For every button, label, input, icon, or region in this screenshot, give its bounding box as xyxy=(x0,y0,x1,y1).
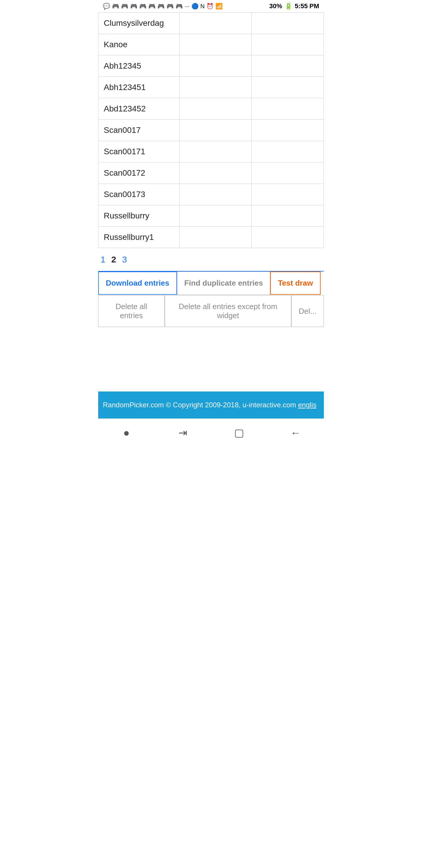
entry-cell xyxy=(252,141,324,162)
entry-name: Kanoe xyxy=(98,34,180,55)
discord-icon: 🎮 xyxy=(112,3,119,10)
discord5-icon: 🎮 xyxy=(148,3,156,10)
download-entries-button[interactable]: Download entries xyxy=(98,272,177,295)
nfc-icon: N xyxy=(200,3,204,10)
table-row: Abh123451 xyxy=(98,77,324,98)
entry-name: Abh123451 xyxy=(98,77,180,98)
entry-cell xyxy=(180,55,252,77)
table-row: Scan0017 xyxy=(98,120,324,141)
entry-name: Russellburry xyxy=(98,205,180,227)
find-duplicate-button[interactable]: Find duplicate entries xyxy=(177,272,270,295)
entry-cell xyxy=(180,184,252,205)
nav-back-icon[interactable]: ← xyxy=(287,427,304,439)
entry-cell xyxy=(180,120,252,141)
footer: RandomPicker.com © Copyright 2009-2018, … xyxy=(98,392,324,418)
entry-cell xyxy=(252,227,324,248)
action-buttons-row1: Download entries Find duplicate entries … xyxy=(98,271,324,295)
page-link[interactable]: 1 xyxy=(100,254,105,265)
discord7-icon: 🎮 xyxy=(166,3,174,10)
more-icon: ··· xyxy=(185,3,190,10)
entry-name: Clumsysilverdag xyxy=(98,12,180,34)
delete-all-except-widget-button[interactable]: Delete all entries except from widget xyxy=(165,295,292,327)
entry-cell xyxy=(180,141,252,162)
entry-cell xyxy=(180,77,252,98)
nav-home-icon[interactable]: ▢ xyxy=(230,427,248,439)
signal-icon: 📶 xyxy=(216,3,223,10)
discord3-icon: 🎮 xyxy=(130,3,137,10)
entry-name: Abh12345 xyxy=(98,55,180,77)
entry-name: Scan0017 xyxy=(98,120,180,141)
test-draw-button[interactable]: Test draw xyxy=(270,272,320,295)
footer-copyright: RandomPicker.com © Copyright 2009-2018, … xyxy=(103,401,296,409)
page-link[interactable]: 3 xyxy=(122,254,127,265)
entry-cell xyxy=(180,205,252,227)
entry-cell xyxy=(252,34,324,55)
discord8-icon: 🎮 xyxy=(175,3,183,10)
entry-cell xyxy=(252,77,324,98)
status-bar-right: 30% 🔋 5:55 PM xyxy=(269,2,319,10)
pagination: 123 xyxy=(98,248,324,271)
discord2-icon: 🎮 xyxy=(121,3,128,10)
table-row: Russellburry1 xyxy=(98,227,324,248)
entry-cell xyxy=(252,98,324,120)
entry-cell xyxy=(252,55,324,77)
table-row: Scan00171 xyxy=(98,141,324,162)
entries-table: ClumsysilverdagKanoeAbh12345Abh123451Abd… xyxy=(98,12,324,248)
table-row: Russellburry xyxy=(98,205,324,227)
nav-dot-icon[interactable]: ● xyxy=(118,427,135,439)
entry-cell xyxy=(180,227,252,248)
entry-name: Scan00172 xyxy=(98,162,180,184)
discord4-icon: 🎮 xyxy=(139,3,147,10)
entry-cell xyxy=(252,184,324,205)
table-row: Scan00173 xyxy=(98,184,324,205)
entry-cell xyxy=(180,34,252,55)
current-page-indicator: 2 xyxy=(111,254,116,265)
entry-cell xyxy=(252,120,324,141)
entry-name: Scan00173 xyxy=(98,184,180,205)
table-row: Clumsysilverdag xyxy=(98,12,324,34)
delete-all-entries-button[interactable]: Delete all entries xyxy=(98,295,165,327)
chat-icon: 💬 xyxy=(103,3,110,10)
entry-name: Abd123452 xyxy=(98,98,180,120)
status-bar: 💬 🎮 🎮 🎮 🎮 🎮 🎮 🎮 🎮 ··· 🔵 N ⏰ 📶 30% 🔋 5:55… xyxy=(98,0,324,12)
entry-name: Scan00171 xyxy=(98,141,180,162)
footer-language-link[interactable]: englis xyxy=(298,401,317,409)
table-row: Scan00172 xyxy=(98,162,324,184)
discord6-icon: 🎮 xyxy=(157,3,165,10)
entry-cell xyxy=(252,205,324,227)
entry-cell xyxy=(180,12,252,34)
alarm-icon: ⏰ xyxy=(206,3,214,10)
battery-icon: 🔋 xyxy=(285,2,292,10)
empty-space xyxy=(98,327,324,380)
table-row: Kanoe xyxy=(98,34,324,55)
bluetooth-icon: 🔵 xyxy=(191,3,199,10)
entry-cell xyxy=(180,162,252,184)
table-row: Abh12345 xyxy=(98,55,324,77)
battery-percent: 30% xyxy=(269,2,282,10)
time: 5:55 PM xyxy=(295,2,319,10)
delete-more-button[interactable]: Del... xyxy=(291,295,324,327)
table-row: Abd123452 xyxy=(98,98,324,120)
status-bar-left: 💬 🎮 🎮 🎮 🎮 🎮 🎮 🎮 🎮 ··· 🔵 N ⏰ 📶 xyxy=(103,3,223,10)
entry-cell xyxy=(252,12,324,34)
entry-name: Russellburry1 xyxy=(98,227,180,248)
entry-cell xyxy=(180,98,252,120)
entry-cell xyxy=(252,162,324,184)
action-buttons-row2: Delete all entries Delete all entries ex… xyxy=(98,295,324,327)
bottom-nav: ● ⇥ ▢ ← xyxy=(98,418,324,447)
nav-recents-icon[interactable]: ⇥ xyxy=(174,427,192,439)
